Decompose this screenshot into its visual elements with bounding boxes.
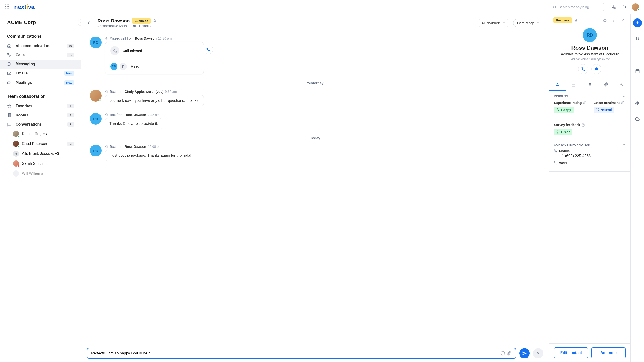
rail-tasks[interactable] bbox=[633, 82, 642, 92]
convo-item[interactable]: Kristen Rogers bbox=[0, 129, 81, 139]
rail-files[interactable] bbox=[633, 98, 642, 108]
tab-calendar[interactable] bbox=[566, 78, 582, 91]
close-button[interactable] bbox=[620, 18, 626, 22]
missed-call-icon bbox=[110, 46, 119, 55]
chevron-down-icon[interactable] bbox=[622, 143, 626, 146]
tab-list[interactable] bbox=[582, 78, 598, 91]
emoji-button[interactable] bbox=[500, 351, 506, 356]
avatar bbox=[13, 141, 19, 147]
svg-point-34 bbox=[614, 18, 614, 19]
back-button[interactable] bbox=[87, 20, 94, 25]
convo-item[interactable]: 5 Alli, Brent, Jessica, +3 bbox=[0, 149, 81, 158]
rail-profile[interactable] bbox=[633, 34, 642, 43]
convo-item[interactable]: Will Williams bbox=[0, 168, 81, 178]
contact-name: Ross Dawson bbox=[571, 44, 608, 51]
experience-chip: Happy bbox=[554, 106, 574, 113]
nav-label: Emails bbox=[16, 71, 64, 76]
phone-icon bbox=[7, 53, 12, 57]
svg-point-36 bbox=[614, 21, 614, 22]
date-divider: Today bbox=[90, 136, 540, 140]
count-badge: 10 bbox=[67, 44, 74, 48]
global-search[interactable] bbox=[550, 3, 604, 11]
new-pill: New bbox=[64, 71, 74, 76]
avatar: RD bbox=[90, 113, 102, 125]
new-pill: New bbox=[64, 80, 74, 85]
tab-insights[interactable] bbox=[614, 78, 630, 91]
add-button[interactable] bbox=[633, 18, 642, 27]
rail-calendar[interactable] bbox=[633, 66, 642, 76]
svg-rect-19 bbox=[154, 20, 155, 22]
nav-meetings[interactable]: Meetings New bbox=[0, 78, 81, 88]
message-composer[interactable] bbox=[87, 348, 516, 359]
svg-rect-3 bbox=[5, 6, 6, 7]
convo-item[interactable]: Chad Peterson 2 bbox=[0, 139, 81, 149]
message-button[interactable] bbox=[592, 64, 601, 74]
last-contacted: Last contacted 3 min ago by me bbox=[570, 58, 610, 61]
avatar: RD bbox=[90, 145, 102, 156]
event-meta: Text from Ross Dawson 12:08 pm bbox=[105, 145, 540, 148]
nav-all-communications[interactable]: All communications 10 bbox=[0, 41, 81, 50]
message-bubble: I just got the package. Thanks again for… bbox=[105, 150, 196, 161]
callback-button[interactable] bbox=[204, 45, 213, 54]
add-note-button[interactable]: Add note bbox=[592, 348, 626, 358]
nav-rooms[interactable]: Rooms 1 bbox=[0, 110, 81, 120]
svg-point-56 bbox=[556, 130, 559, 134]
avatar bbox=[13, 160, 19, 166]
brand-logo: nextiva bbox=[14, 3, 34, 10]
user-avatar[interactable] bbox=[632, 3, 639, 11]
video-icon bbox=[7, 80, 12, 85]
search-icon bbox=[553, 5, 556, 9]
date-filter[interactable]: Date range bbox=[513, 19, 543, 27]
favorite-button[interactable] bbox=[602, 18, 608, 22]
avatar bbox=[90, 90, 102, 102]
message-icon bbox=[7, 62, 12, 66]
svg-marker-33 bbox=[603, 18, 607, 22]
call-button[interactable] bbox=[578, 64, 588, 74]
chat-icon bbox=[7, 122, 12, 126]
help-icon[interactable]: ? bbox=[582, 123, 585, 126]
svg-rect-67 bbox=[636, 69, 639, 73]
composer-input[interactable] bbox=[90, 351, 500, 356]
dialer-button[interactable] bbox=[609, 2, 618, 12]
help-icon[interactable]: ? bbox=[621, 101, 624, 104]
nav-label: Rooms bbox=[16, 113, 68, 117]
nav-emails[interactable]: Emails New bbox=[0, 68, 81, 78]
insight-label: Latest sentiment ? bbox=[594, 101, 624, 105]
cancel-button[interactable] bbox=[533, 348, 543, 358]
rail-cloud[interactable] bbox=[633, 114, 642, 124]
edit-contact-button[interactable]: Edit contact bbox=[554, 348, 588, 358]
nav-conversations[interactable]: Conversations 2 bbox=[0, 120, 81, 129]
more-button[interactable] bbox=[610, 18, 617, 22]
nav-messaging[interactable]: Messaging bbox=[0, 60, 81, 68]
nav-favorites[interactable]: Favorites 1 bbox=[0, 101, 81, 110]
notifications-button[interactable] bbox=[620, 2, 629, 12]
help-icon[interactable]: ? bbox=[583, 101, 586, 104]
rail-company[interactable] bbox=[633, 50, 642, 60]
channel-filter[interactable]: All channels bbox=[478, 19, 510, 27]
phone-icon bbox=[554, 161, 557, 164]
svg-point-27 bbox=[501, 352, 505, 356]
svg-rect-6 bbox=[5, 8, 6, 8]
convo-item[interactable]: Sarah Smith bbox=[0, 158, 81, 168]
svg-marker-21 bbox=[537, 22, 539, 24]
insight-label: Survey feedback ? bbox=[554, 123, 585, 127]
convo-label: Kristen Rogers bbox=[22, 132, 74, 136]
message-bubble: Let me know if you have any other questi… bbox=[105, 95, 204, 106]
event-meta: Missed call from Ross Dawson 10:30 am bbox=[105, 36, 540, 40]
svg-rect-12 bbox=[8, 82, 10, 84]
send-button[interactable] bbox=[519, 348, 530, 358]
tab-person[interactable] bbox=[549, 78, 566, 91]
count-badge: 1 bbox=[68, 104, 74, 108]
message-icon bbox=[105, 113, 108, 116]
attach-button[interactable] bbox=[506, 351, 513, 356]
nav-calls[interactable]: Calls 5 bbox=[0, 50, 81, 60]
search-input[interactable] bbox=[558, 5, 603, 9]
avatar: RD bbox=[110, 63, 118, 70]
convo-label: Will Williams bbox=[22, 171, 74, 176]
tab-attachments[interactable] bbox=[598, 78, 614, 91]
chevron-down-icon[interactable] bbox=[622, 95, 626, 98]
phone-number[interactable]: +1 (602) 225-4568 bbox=[554, 154, 626, 158]
org-name: ACME Corp bbox=[7, 19, 36, 26]
app-grid-icon[interactable] bbox=[5, 4, 10, 10]
nav-label: Conversations bbox=[16, 122, 68, 126]
